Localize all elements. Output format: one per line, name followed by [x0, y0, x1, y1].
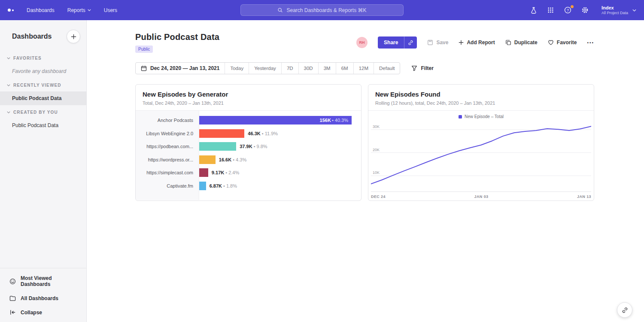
bar-percent: • 9.8% [252, 144, 267, 149]
bar-category-label: https://podbean.com... [136, 144, 199, 149]
bar-category-label: Captivate.fm [136, 183, 199, 188]
chevron-down-icon [7, 57, 10, 59]
chevron-down-icon [88, 9, 91, 11]
bar-value-label: 16.6K • 4.3% [219, 157, 246, 162]
sidebar-section-header[interactable]: RECENTLY VIEWED [0, 78, 86, 91]
date-range-control: Dec 24, 2020 — Jan 13, 2021 TodayYesterd… [135, 62, 400, 74]
bar-value-label: 156K [320, 118, 332, 123]
bar-track: 6.87K • 1.8% [199, 182, 361, 190]
search-bar[interactable]: Search Dashboards & Reports ⌘K [240, 4, 404, 16]
line-chart-plot-area[interactable] [371, 122, 591, 192]
sidebar-item[interactable]: Public Podcast Data [0, 91, 86, 105]
flask-icon[interactable] [529, 6, 538, 15]
date-range-label: Dec 24, 2020 — Jan 13, 2021 [150, 65, 219, 71]
top-nav: Dashboards Reports Users Search Dashboar… [0, 0, 644, 20]
duplicate-label: Duplicate [514, 39, 538, 46]
bar-row: Anchor Podcasts156K • 40.3% [136, 114, 361, 127]
sidebar-collapse-button[interactable]: Collapse [0, 305, 86, 319]
bar-row: Captivate.fm6.87K • 1.8% [136, 179, 361, 193]
settings-gear-icon[interactable] [581, 6, 589, 15]
heart-icon [548, 39, 554, 46]
date-preset-30d[interactable]: 30D [298, 63, 318, 74]
sidebar-section-header[interactable]: FAVORITES [0, 51, 86, 64]
bar-value: 9.17K [212, 170, 224, 175]
sidebar-footer: Most Viewed Dashboards All Dashboards Co… [0, 268, 86, 322]
share-link-button[interactable] [404, 36, 417, 49]
plus-icon [71, 34, 76, 39]
sidebar-item-all-dashboards[interactable]: All Dashboards [0, 291, 86, 305]
chart-legend: New Episode – Total [368, 114, 594, 119]
add-dashboard-button[interactable] [67, 30, 80, 43]
logo-dot-small [12, 9, 14, 11]
sidebar-item[interactable]: Public Podcast Data [0, 118, 86, 132]
apps-grid-icon[interactable] [547, 6, 555, 15]
more-options-button[interactable]: ••• [587, 40, 594, 45]
sidebar-section-label: RECENTLY VIEWED [13, 83, 61, 88]
bar-segment[interactable] [199, 182, 206, 190]
sidebar-section-label: FAVORITES [13, 56, 42, 61]
logo[interactable] [8, 9, 14, 12]
sidebar: Dashboards FAVORITESFavorite any dashboa… [0, 20, 87, 322]
y-tick-label: 20K [373, 148, 380, 152]
bar-segment[interactable] [199, 155, 216, 164]
date-preset-yesterday[interactable]: Yesterday [249, 63, 281, 74]
sidebar-section-label: CREATED BY YOU [13, 110, 58, 115]
bar-chart: Anchor Podcasts156K • 40.3%Libsyn WebEng… [136, 111, 361, 200]
date-preset-6m[interactable]: 6M [336, 63, 353, 74]
save-icon [427, 39, 433, 46]
date-preset-today[interactable]: Today [225, 63, 249, 74]
project-selector[interactable]: Index All Project Data [601, 5, 636, 15]
bar-segment[interactable] [199, 142, 236, 151]
sidebar-item: Favorite any dashboard [0, 64, 86, 78]
funnel-icon [411, 65, 417, 71]
avatar[interactable]: RH [356, 37, 368, 48]
page-title: Public Podcast Data [135, 32, 219, 42]
date-preset-12m[interactable]: 12M [353, 63, 374, 74]
report-cards: New Episodes by Generator Total, Dec 24t… [135, 84, 594, 201]
legend-label: New Episode – Total [465, 114, 504, 119]
favorite-button[interactable]: Favorite [548, 39, 577, 46]
nav-dashboards[interactable]: Dashboards [27, 7, 55, 13]
bar-percent: • 2.4% [224, 170, 239, 175]
save-button[interactable]: Save [427, 39, 448, 46]
y-tick-label: 10K [373, 170, 380, 175]
x-axis-labels: DEC 24JAN 03JAN 13 [368, 192, 594, 199]
bar-row: https://wordpress.or...16.6K • 4.3% [136, 153, 361, 167]
line-series-new-episode-total[interactable] [371, 126, 591, 184]
bar-value: 16.6K [219, 157, 231, 162]
bar-track: 37.9K • 9.8% [199, 142, 361, 151]
bar-row: https://podbean.com...37.9K • 9.8% [136, 140, 361, 153]
footer-item-label: Most Viewed Dashboards [21, 275, 80, 287]
bar-value-label: 6.87K • 1.8% [210, 183, 237, 188]
sidebar-item-most-viewed[interactable]: Most Viewed Dashboards [0, 271, 86, 291]
link-icon [622, 307, 628, 313]
nav-reports[interactable]: Reports [67, 7, 91, 13]
sidebar-section-header[interactable]: CREATED BY YOU [0, 105, 86, 118]
bar-segment[interactable] [199, 129, 244, 138]
duplicate-button[interactable]: Duplicate [505, 39, 538, 46]
filter-button[interactable]: Filter [411, 65, 433, 71]
bar-track: 46.3K • 11.9% [199, 129, 361, 138]
date-preset-3m[interactable]: 3M [318, 63, 336, 74]
search-placeholder: Search Dashboards & Reports ⌘K [286, 7, 366, 13]
add-report-label: Add Report [467, 39, 495, 46]
bar-row: Libsyn WebEngine 2.046.3K • 11.9% [136, 127, 361, 140]
date-preset-7d[interactable]: 7D [281, 63, 298, 74]
sidebar-sections: FAVORITESFavorite any dashboardRECENTLY … [0, 51, 86, 132]
project-name: Index [601, 5, 628, 11]
add-report-button[interactable]: Add Report [459, 39, 495, 46]
project-subtitle: All Project Data [601, 11, 628, 15]
share-button[interactable]: Share [378, 36, 404, 49]
date-toolbar: Dec 24, 2020 — Jan 13, 2021 TodayYesterd… [135, 62, 594, 74]
nav-users[interactable]: Users [104, 7, 117, 13]
bar-segment[interactable]: 156K • 40.3% [199, 116, 352, 125]
share-link-fab[interactable] [617, 302, 632, 318]
page-title-block: Public Podcast Data Public [135, 32, 219, 53]
bar-segment[interactable] [199, 168, 208, 177]
date-preset-default[interactable]: Default [374, 63, 400, 74]
date-range-picker[interactable]: Dec 24, 2020 — Jan 13, 2021 [136, 63, 225, 74]
help-icon[interactable]: ? [564, 6, 572, 15]
plus-icon [459, 40, 464, 45]
bar-percent: • 4.3% [231, 157, 246, 162]
main-content: Public Podcast Data Public RH Share [87, 20, 644, 322]
